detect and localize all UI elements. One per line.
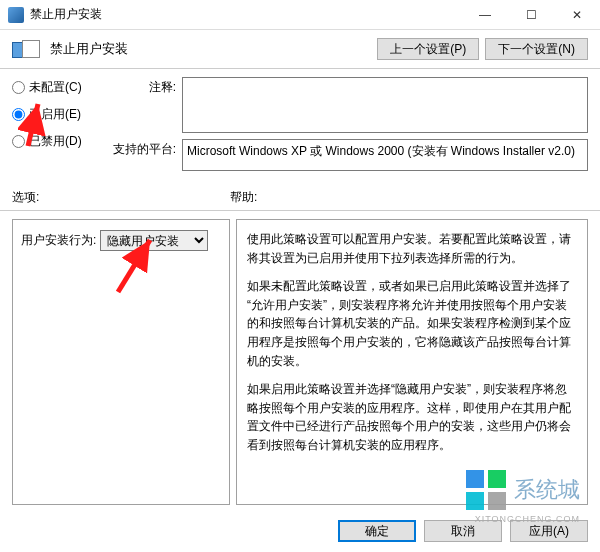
help-paragraph: 如果未配置此策略设置，或者如果已启用此策略设置并选择了“允许用户安装”，则安装程…	[247, 277, 577, 370]
radio-not-configured[interactable]: 未配置(C)	[12, 79, 112, 96]
ok-button[interactable]: 确定	[338, 520, 416, 542]
titlebar: 禁止用户安装 — ☐ ✕	[0, 0, 600, 30]
radio-enabled-label: 已启用(E)	[29, 106, 81, 123]
behavior-select[interactable]: 隐藏用户安装	[100, 230, 208, 251]
help-heading: 帮助:	[230, 189, 588, 206]
radio-disabled-input[interactable]	[12, 135, 25, 148]
comment-input[interactable]	[182, 77, 588, 133]
policy-icon	[12, 40, 44, 58]
radio-not-configured-input[interactable]	[12, 81, 25, 94]
radio-enabled-input[interactable]	[12, 108, 25, 121]
divider	[0, 68, 600, 69]
divider	[0, 210, 600, 211]
maximize-button[interactable]: ☐	[508, 0, 554, 30]
help-paragraph: 如果启用此策略设置并选择“隐藏用户安装”，则安装程序将忽略按照每个用户安装的应用…	[247, 380, 577, 454]
mid-labels: 选项: 帮助:	[0, 185, 600, 210]
lower-section: 用户安装行为: 隐藏用户安装 使用此策略设置可以配置用户安装。若要配置此策略设置…	[0, 219, 600, 505]
upper-section: 未配置(C) 已启用(E) 已禁用(D) 注释: 支持的平台: Microsof…	[0, 77, 600, 185]
platform-value: Microsoft Windows XP 或 Windows 2000 (安装有…	[182, 139, 588, 171]
radio-disabled-label: 已禁用(D)	[29, 133, 82, 150]
close-button[interactable]: ✕	[554, 0, 600, 30]
minimize-button[interactable]: —	[462, 0, 508, 30]
help-pane: 使用此策略设置可以配置用户安装。若要配置此策略设置，请将其设置为已启用并使用下拉…	[236, 219, 588, 505]
page-title: 禁止用户安装	[50, 40, 371, 58]
radio-disabled[interactable]: 已禁用(D)	[12, 133, 112, 150]
options-heading: 选项:	[12, 189, 230, 206]
header: 禁止用户安装 上一个设置(P) 下一个设置(N)	[0, 30, 600, 68]
watermark-text: 系统城	[514, 475, 580, 505]
watermark-sub: XITONGCHENG.COM	[475, 514, 580, 524]
previous-setting-button[interactable]: 上一个设置(P)	[377, 38, 479, 60]
radio-not-configured-label: 未配置(C)	[29, 79, 82, 96]
comment-label: 注释:	[112, 77, 182, 133]
help-paragraph: 使用此策略设置可以配置用户安装。若要配置此策略设置，请将其设置为已启用并使用下拉…	[247, 230, 577, 267]
watermark-logo	[466, 470, 506, 510]
fields: 注释: 支持的平台: Microsoft Windows XP 或 Window…	[112, 77, 588, 177]
behavior-label: 用户安装行为:	[21, 232, 96, 249]
radio-enabled[interactable]: 已启用(E)	[12, 106, 112, 123]
state-radios: 未配置(C) 已启用(E) 已禁用(D)	[12, 77, 112, 177]
window-title: 禁止用户安装	[30, 6, 462, 23]
watermark: 系统城 XITONGCHENG.COM	[466, 470, 580, 510]
platform-label: 支持的平台:	[112, 139, 182, 171]
app-icon	[8, 7, 24, 23]
next-setting-button[interactable]: 下一个设置(N)	[485, 38, 588, 60]
options-pane: 用户安装行为: 隐藏用户安装	[12, 219, 230, 505]
